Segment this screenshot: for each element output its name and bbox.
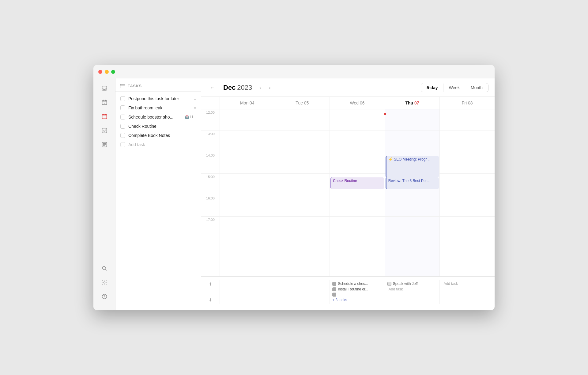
task-extra-2: 🏥 H... xyxy=(185,115,196,119)
event-check-routine[interactable]: Check Routine xyxy=(330,177,384,189)
nav-arrows: ‹ › xyxy=(256,83,274,92)
nav-calendar-small[interactable]: 7 xyxy=(98,96,111,108)
bottom-check-wed-2[interactable] xyxy=(332,293,336,297)
calendar-header: ← Dec 2023 ‹ › 5-day Week Month xyxy=(201,78,495,97)
scroll-up-icon[interactable]: ⬆ xyxy=(209,282,212,286)
bottom-col-wed: Schedule a chec... Install Routine or...… xyxy=(330,280,385,304)
icon-rail: 7 xyxy=(93,78,115,310)
task-item-4[interactable]: Complete Book Notes xyxy=(115,131,201,140)
add-task-label: Add task xyxy=(128,142,145,147)
task-menu-0[interactable]: ≡ xyxy=(194,97,196,101)
hour-1600-mon xyxy=(220,195,275,217)
next-button[interactable]: › xyxy=(266,83,274,92)
nav-calendar-active[interactable] xyxy=(98,110,111,123)
bottom-task-label-wed-0: Schedule a chec... xyxy=(338,282,368,286)
close-button[interactable] xyxy=(98,70,102,74)
time-label-1300: 13:00 xyxy=(201,131,220,152)
minimize-button[interactable] xyxy=(105,70,109,74)
hour-1200-tue xyxy=(275,109,330,131)
view-week[interactable]: Week xyxy=(443,83,466,92)
task-checkbox-4[interactable] xyxy=(120,133,125,138)
maximize-button[interactable] xyxy=(111,70,115,74)
hour-1500-mon xyxy=(220,174,275,195)
bottom-check-thu-0[interactable] xyxy=(387,282,391,286)
svg-rect-4 xyxy=(102,128,107,133)
nav-settings[interactable] xyxy=(98,276,111,289)
hour-1700-mon xyxy=(220,217,275,238)
time-label-1200: 12:00 xyxy=(201,109,220,131)
bottom-task-wed-1[interactable]: Install Routine or... xyxy=(332,287,382,291)
traffic-lights xyxy=(98,70,115,74)
bottom-task-thu-0[interactable]: Speak with Jeff xyxy=(387,282,437,286)
day-columns: Check Routine xyxy=(220,109,495,276)
task-menu-1[interactable]: ≡ xyxy=(194,106,196,110)
svg-point-7 xyxy=(104,282,105,283)
year-label: 2023 xyxy=(237,84,252,92)
hour-1700-wed xyxy=(330,217,385,238)
event-review-label: Review: The 3 Best Por... xyxy=(388,179,430,183)
day-col-header-2: Wed 06 xyxy=(330,97,385,109)
event-check-routine-label: Check Routine xyxy=(333,179,357,183)
task-checkbox-3[interactable] xyxy=(120,124,125,129)
task-item-0[interactable]: Postpone this task for later ≡ xyxy=(115,94,201,103)
view-switcher: 5-day Week Month xyxy=(421,83,488,92)
nav-search[interactable] xyxy=(98,262,111,275)
task-item-1[interactable]: Fix bathroom leak ≡ xyxy=(115,103,201,112)
time-label-1600: 16:00 xyxy=(201,195,220,217)
scroll-down-icon[interactable]: ⬇ xyxy=(209,297,212,302)
task-label-3: Check Routine xyxy=(128,124,196,129)
add-task-checkbox xyxy=(120,142,125,147)
nav-check[interactable] xyxy=(98,124,111,137)
hour-1400-fri xyxy=(440,152,495,174)
hour-1300-tue xyxy=(275,131,330,152)
event-seo[interactable]: ⚡ SEO Meeting: Progr... xyxy=(386,156,439,177)
svg-text:7: 7 xyxy=(104,102,105,104)
event-review[interactable]: Review: The 3 Best Por... xyxy=(386,177,439,189)
time-column: 12:00 13:00 14:00 15:00 16:00 17:00 xyxy=(201,109,220,276)
add-task-fri[interactable]: Add task xyxy=(442,282,492,286)
time-label-1500: 15:00 xyxy=(201,174,220,195)
bottom-task-wed-0[interactable]: Schedule a chec... xyxy=(332,282,382,286)
view-5day[interactable]: 5-day xyxy=(421,83,443,92)
hour-1200-thu xyxy=(385,109,440,131)
month-label: Dec xyxy=(223,84,236,92)
prev-button[interactable]: ‹ xyxy=(256,83,264,92)
day-label-3: Thu 07 xyxy=(405,100,419,105)
add-task-thu[interactable]: Add task xyxy=(387,287,437,291)
view-month[interactable]: Month xyxy=(465,83,488,92)
task-checkbox-2[interactable] xyxy=(120,115,125,119)
task-checkbox-0[interactable] xyxy=(120,96,125,101)
bottom-check-wed-0[interactable] xyxy=(332,282,336,286)
nav-help[interactable] xyxy=(98,290,111,303)
calendar-grid: 12:00 13:00 14:00 15:00 16:00 17:00 xyxy=(201,109,495,276)
add-task-button[interactable]: Add task xyxy=(115,140,201,149)
app-body: 7 xyxy=(93,78,495,310)
hour-1700-tue xyxy=(275,217,330,238)
hour-1600-tue xyxy=(275,195,330,217)
hour-1600-thu xyxy=(385,195,440,217)
svg-point-11 xyxy=(120,85,121,86)
calendar-area: ← Dec 2023 ‹ › 5-day Week Month Mon 04 xyxy=(201,78,495,310)
task-panel-header: TASKS xyxy=(115,78,201,92)
nav-notes[interactable] xyxy=(98,138,111,151)
task-checkbox-1[interactable] xyxy=(120,105,125,110)
nav-inbox[interactable] xyxy=(98,82,111,94)
day-header-row: Mon 04 Tue 05 Wed 06 Thu 07 Fri 08 xyxy=(201,97,495,109)
day-label-0: Mon 04 xyxy=(240,100,254,105)
bottom-task-wed-2[interactable] xyxy=(332,293,382,297)
task-item-3[interactable]: Check Routine xyxy=(115,122,201,131)
event-seo-label: ⚡ SEO Meeting: Progr... xyxy=(388,157,430,161)
titlebar xyxy=(93,65,495,78)
hour-1600-wed xyxy=(330,195,385,217)
task-item-2[interactable]: Schedule booster sho... 🏥 H... xyxy=(115,112,201,122)
hour-1500-tue xyxy=(275,174,330,195)
bottom-check-wed-1[interactable] xyxy=(332,287,336,291)
back-button[interactable]: ← xyxy=(207,83,217,93)
more-tasks-wed[interactable]: + 3 tasks xyxy=(332,298,382,302)
current-time-line xyxy=(385,114,440,114)
hour-1700-fri xyxy=(440,217,495,238)
time-label-1700: 17:00 xyxy=(201,217,220,238)
hour-1700-thu xyxy=(385,217,440,238)
bottom-tasks: ⬆ ⬇ Schedule a chec... xyxy=(201,276,495,310)
hour-1300-wed xyxy=(330,131,385,152)
